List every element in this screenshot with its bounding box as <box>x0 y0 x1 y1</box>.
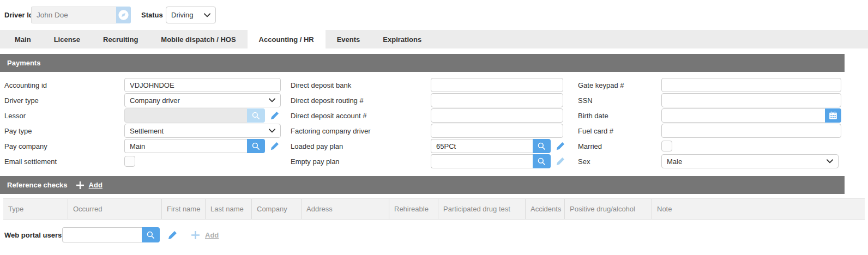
empty-pay-plan-label: Empty pay plan <box>291 157 431 166</box>
plus-icon <box>191 230 200 240</box>
pencil-icon <box>167 230 178 240</box>
pencil-icon <box>556 156 565 166</box>
direct-deposit-account-label: Direct deposit account # <box>291 112 431 120</box>
ssn-input[interactable] <box>661 93 841 107</box>
chevron-down-icon <box>269 98 275 102</box>
column-header-positive-drug-alcohol[interactable]: Positive drug/alcohol <box>564 199 652 219</box>
payments-column-right: Gate keypad # SSN Birth date Fuel card #… <box>578 77 841 169</box>
tab-mobile-dispatch-hos[interactable]: Mobile dispatch / HOS <box>149 30 247 48</box>
tab-license[interactable]: License <box>43 30 92 48</box>
sex-select[interactable]: Male <box>661 154 839 168</box>
driver-id-search-button[interactable] <box>116 7 131 23</box>
lessor-search-button[interactable] <box>247 108 265 123</box>
reference-checks-section-header: Reference checks Add <box>0 176 845 194</box>
search-icon <box>251 142 261 151</box>
field-row-direct-deposit-bank: Direct deposit bank <box>291 77 565 93</box>
direct-deposit-bank-label: Direct deposit bank <box>291 81 431 89</box>
married-checkbox[interactable] <box>661 141 672 151</box>
status-value: Driving <box>171 11 193 19</box>
web-portal-users-search-button[interactable] <box>142 227 160 242</box>
status-select[interactable]: Driving <box>166 7 216 23</box>
birth-date-calendar-button[interactable] <box>825 108 841 123</box>
field-row-fuel-card: Fuel card # <box>578 123 841 138</box>
email-settlement-label: Email settlement <box>4 157 124 166</box>
payments-section-title: Payments <box>7 59 40 67</box>
web-portal-users-row: Web portal users Add <box>4 227 219 242</box>
sex-value: Male <box>667 157 682 166</box>
loaded-pay-plan-label: Loaded pay plan <box>291 142 431 150</box>
payments-column-left: Accounting id Driver type Company driver… <box>4 77 281 169</box>
field-row-factoring-company-driver: Factoring company driver <box>291 123 565 138</box>
reference-checks-table-header: Type Occurred First name Last name Compa… <box>3 198 865 220</box>
direct-deposit-account-input[interactable] <box>431 108 563 123</box>
pay-company-edit-button[interactable] <box>270 141 280 151</box>
reference-checks-add-button[interactable]: Add <box>76 181 103 190</box>
column-header-participated-drug-test[interactable]: Participated drug test <box>438 199 525 219</box>
sex-label: Sex <box>578 157 661 166</box>
column-header-address[interactable]: Address <box>301 199 389 219</box>
married-label: Married <box>578 142 661 150</box>
compass-icon <box>117 8 130 22</box>
gate-keypad-input[interactable] <box>661 78 841 92</box>
column-header-type[interactable]: Type <box>3 199 68 219</box>
accounting-id-label: Accounting id <box>4 81 124 89</box>
pay-company-search-button[interactable] <box>247 139 265 153</box>
field-row-birth-date: Birth date <box>578 108 841 123</box>
field-row-ssn: SSN <box>578 93 841 108</box>
tab-bar: Main License Recruiting Mobile dispatch … <box>0 30 868 48</box>
web-portal-users-add-button[interactable]: Add <box>191 230 219 240</box>
web-portal-users-label: Web portal users <box>4 231 62 239</box>
field-row-direct-deposit-account: Direct deposit account # <box>291 108 565 123</box>
loaded-pay-plan-edit-button[interactable] <box>556 141 565 151</box>
loaded-pay-plan-search-button[interactable] <box>533 139 551 153</box>
column-header-first-name[interactable]: First name <box>161 199 205 219</box>
fuel-card-label: Fuel card # <box>578 127 661 135</box>
tab-events[interactable]: Events <box>326 30 372 48</box>
pay-type-select[interactable]: Settlement <box>124 124 281 138</box>
email-settlement-checkbox[interactable] <box>124 156 135 167</box>
tab-recruiting[interactable]: Recruiting <box>92 30 149 48</box>
driver-type-label: Driver type <box>4 96 124 105</box>
pencil-icon <box>270 111 280 120</box>
tab-main[interactable]: Main <box>3 30 43 48</box>
calendar-icon <box>829 111 837 120</box>
column-header-note[interactable]: Note <box>652 199 865 219</box>
birth-date-input[interactable] <box>661 108 841 123</box>
column-header-rehireable[interactable]: Rehireable <box>389 199 438 219</box>
column-header-last-name[interactable]: Last name <box>205 199 251 219</box>
ssn-label: SSN <box>578 96 661 105</box>
loaded-pay-plan-input[interactable] <box>431 139 533 153</box>
payments-section-header: Payments <box>0 54 845 72</box>
empty-pay-plan-search-button[interactable] <box>533 154 551 168</box>
column-header-occurred[interactable]: Occurred <box>68 199 161 219</box>
tab-expirations[interactable]: Expirations <box>371 30 433 48</box>
direct-deposit-bank-input[interactable] <box>431 78 563 92</box>
driver-id-input[interactable] <box>31 7 116 23</box>
driver-id-label: Driver Id <box>4 11 33 19</box>
accounting-id-input[interactable] <box>124 78 281 92</box>
fuel-card-input[interactable] <box>661 124 841 138</box>
lessor-edit-button[interactable] <box>270 111 280 120</box>
empty-pay-plan-input[interactable] <box>431 154 533 168</box>
column-header-company[interactable]: Company <box>251 199 301 219</box>
pencil-icon <box>270 141 280 151</box>
direct-deposit-routing-input[interactable] <box>431 93 563 107</box>
top-bar: Driver Id Status Driving <box>0 0 868 30</box>
field-row-pay-company: Pay company <box>4 138 281 154</box>
chevron-down-icon <box>204 13 210 17</box>
birth-date-label: Birth date <box>578 112 661 120</box>
pay-company-label: Pay company <box>4 142 124 150</box>
column-header-accidents[interactable]: Accidents <box>525 199 564 219</box>
web-portal-users-edit-button[interactable] <box>167 230 178 240</box>
driver-type-select[interactable]: Company driver <box>124 93 281 107</box>
pay-company-input[interactable] <box>124 139 247 153</box>
web-portal-users-input[interactable] <box>62 227 142 242</box>
chevron-down-icon <box>827 159 833 163</box>
field-row-lessor: Lessor <box>4 108 281 123</box>
web-portal-users-add-label: Add <box>205 231 219 239</box>
tab-accounting-hr[interactable]: Accounting / HR <box>248 30 326 48</box>
factoring-company-driver-input[interactable] <box>431 124 563 138</box>
gate-keypad-label: Gate keypad # <box>578 81 661 89</box>
empty-pay-plan-edit-button[interactable] <box>556 156 565 166</box>
search-icon <box>251 111 261 120</box>
